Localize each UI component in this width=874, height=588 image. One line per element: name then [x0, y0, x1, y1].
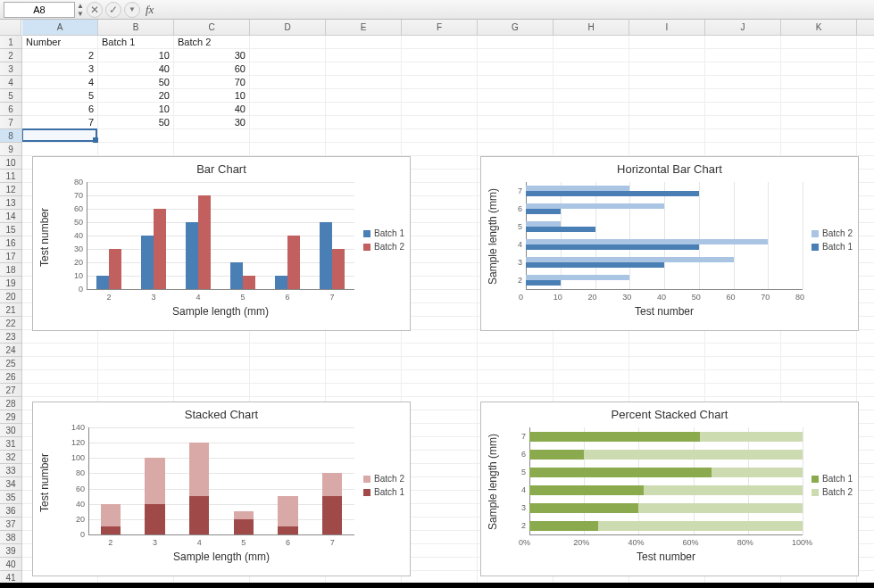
row-header[interactable]: 15 — [0, 223, 21, 236]
cell[interactable] — [402, 196, 478, 209]
cell[interactable] — [402, 250, 478, 262]
cell[interactable] — [402, 544, 478, 557]
select-all-corner[interactable] — [0, 20, 21, 36]
cell[interactable] — [326, 103, 402, 115]
cell[interactable] — [402, 183, 478, 195]
cell[interactable] — [554, 129, 629, 142]
cell[interactable]: 40 — [174, 103, 250, 115]
row-header[interactable]: 18 — [0, 263, 21, 277]
row-header[interactable]: 30 — [0, 424, 21, 437]
cell[interactable] — [781, 143, 857, 155]
cell[interactable]: 10 — [174, 89, 250, 102]
cell[interactable] — [98, 384, 174, 396]
cell[interactable] — [629, 62, 705, 75]
formula-input[interactable] — [159, 2, 870, 18]
column-header[interactable]: K — [781, 20, 857, 35]
cell[interactable] — [326, 49, 402, 62]
cell[interactable] — [705, 49, 781, 62]
cell[interactable] — [402, 571, 478, 584]
cell[interactable] — [402, 330, 478, 343]
cell[interactable] — [98, 344, 174, 356]
cell[interactable] — [250, 49, 326, 62]
row-header[interactable]: 29 — [0, 410, 21, 424]
cell[interactable]: Batch 1 — [98, 36, 174, 48]
cell[interactable] — [402, 156, 478, 169]
column-header[interactable]: B — [98, 20, 174, 35]
cell[interactable] — [250, 62, 326, 75]
dropdown-icon[interactable]: ▼ — [124, 2, 140, 18]
row-header[interactable]: 38 — [0, 531, 21, 544]
row-header[interactable]: 5 — [0, 89, 21, 103]
cell[interactable] — [781, 129, 857, 142]
cell[interactable] — [402, 424, 478, 436]
cell[interactable] — [478, 76, 554, 88]
row-header[interactable]: 33 — [0, 464, 21, 477]
row-header[interactable]: 12 — [0, 183, 21, 196]
cell[interactable] — [402, 317, 478, 329]
cell[interactable]: 5 — [22, 89, 98, 102]
cell[interactable] — [705, 89, 781, 102]
cell[interactable] — [402, 531, 478, 543]
cell[interactable]: 20 — [98, 89, 174, 102]
cell[interactable] — [705, 357, 781, 369]
row-header[interactable]: 10 — [0, 156, 21, 170]
cell[interactable] — [250, 370, 326, 383]
cell[interactable] — [402, 437, 478, 450]
cell[interactable] — [98, 143, 174, 155]
cell[interactable] — [554, 357, 629, 369]
cell[interactable]: 10 — [98, 49, 174, 62]
cell[interactable] — [250, 330, 326, 343]
row-header[interactable]: 24 — [0, 344, 21, 357]
cell[interactable] — [174, 143, 250, 155]
cell[interactable]: 7 — [22, 116, 98, 128]
cell[interactable] — [478, 344, 554, 356]
cell[interactable] — [98, 370, 174, 383]
cell[interactable] — [326, 384, 402, 396]
cell[interactable] — [629, 344, 705, 356]
cell[interactable] — [629, 384, 705, 396]
cell[interactable] — [554, 103, 629, 115]
column-header[interactable]: F — [402, 20, 478, 35]
row-header[interactable]: 6 — [0, 103, 21, 116]
cell[interactable] — [402, 410, 478, 423]
cell[interactable] — [22, 344, 98, 356]
cell[interactable] — [629, 143, 705, 155]
row-header[interactable]: 20 — [0, 290, 21, 303]
cell[interactable] — [402, 504, 478, 517]
cell[interactable] — [98, 357, 174, 369]
cell[interactable] — [402, 89, 478, 102]
column-header[interactable]: I — [629, 20, 705, 35]
cell[interactable] — [402, 344, 478, 356]
cell[interactable] — [554, 89, 629, 102]
cell[interactable] — [478, 103, 554, 115]
row-header[interactable]: 9 — [0, 143, 21, 156]
cell[interactable] — [98, 129, 174, 142]
cell[interactable] — [629, 36, 705, 48]
cell[interactable] — [250, 357, 326, 369]
cell[interactable] — [402, 170, 478, 182]
cell[interactable] — [781, 89, 857, 102]
cell[interactable] — [554, 344, 629, 356]
cell[interactable] — [174, 330, 250, 343]
cell[interactable] — [705, 76, 781, 88]
cell[interactable] — [629, 330, 705, 343]
row-header[interactable]: 34 — [0, 477, 21, 491]
cell[interactable]: 30 — [174, 116, 250, 128]
cell[interactable] — [326, 143, 402, 155]
cell[interactable] — [326, 129, 402, 142]
cell[interactable] — [629, 116, 705, 128]
cell[interactable]: 10 — [98, 103, 174, 115]
cell[interactable] — [250, 344, 326, 356]
row-header[interactable]: 13 — [0, 196, 21, 210]
cell[interactable] — [250, 143, 326, 155]
name-box[interactable]: A8 — [4, 2, 75, 18]
cell[interactable] — [629, 370, 705, 383]
cell[interactable] — [402, 76, 478, 88]
accept-icon[interactable]: ✓ — [105, 2, 121, 18]
cell[interactable] — [402, 103, 478, 115]
cell[interactable] — [402, 491, 478, 503]
cell[interactable] — [402, 384, 478, 396]
percent-stacked-chart[interactable]: Percent Stacked Chart Sample length (mm)… — [480, 402, 859, 576]
column-header[interactable]: D — [250, 20, 326, 35]
cell[interactable] — [478, 370, 554, 383]
